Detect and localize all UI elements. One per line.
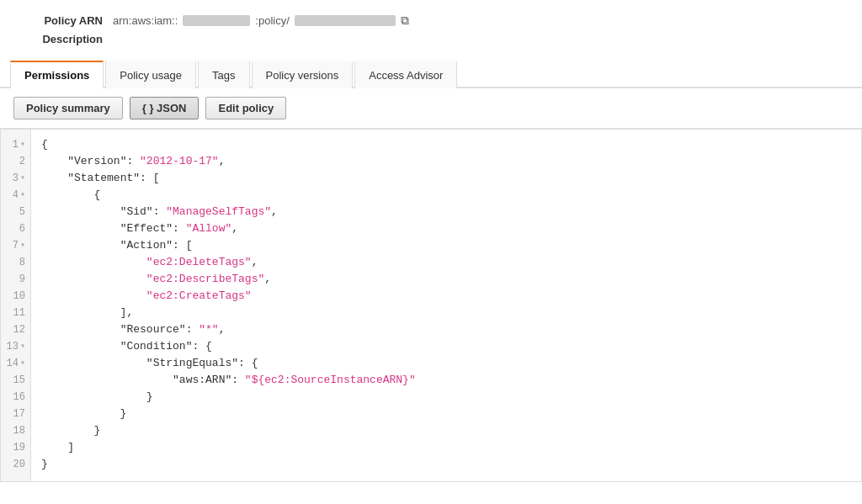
- token: "ec2:DescribeTags": [146, 271, 264, 288]
- token: "2012-10-17": [140, 153, 219, 170]
- token: "Statement": [67, 170, 140, 187]
- token: :: [231, 372, 245, 389]
- code-line-20: }: [41, 456, 851, 473]
- copy-arn-button[interactable]: ⧉: [401, 13, 409, 28]
- token: [41, 170, 67, 187]
- token: }: [41, 422, 100, 439]
- code-line-6: "Effect": "Allow",: [41, 220, 851, 237]
- arn-middle: :policy/: [255, 14, 289, 27]
- token: "Resource": [120, 321, 186, 338]
- token: "StringEquals": [146, 355, 238, 372]
- token: "ec2:DeleteTags": [146, 254, 252, 271]
- token: : [: [173, 237, 192, 254]
- code-line-15: "aws:ARN": "${ec2:SourceInstanceARN}": [41, 372, 851, 389]
- token: "Sid": [120, 204, 153, 220]
- collapse-icon-13[interactable]: ▾: [20, 338, 25, 355]
- arn-label: Policy ARN: [20, 14, 113, 27]
- line-num-6: 6: [1, 220, 30, 237]
- line-num-8: 8: [1, 254, 30, 271]
- line-num-11: 11: [1, 305, 30, 321]
- line-num-17: 17: [1, 406, 30, 422]
- collapse-icon-14[interactable]: ▾: [20, 355, 25, 372]
- line-num-2: 2: [1, 153, 30, 170]
- line-num-3: 3▾: [1, 170, 30, 187]
- collapse-icon-3[interactable]: ▾: [20, 170, 25, 187]
- json-button[interactable]: { } JSON: [130, 97, 200, 119]
- code-editor: 1▾23▾4▾567▾8910111213▾14▾151617181920 { …: [0, 129, 862, 482]
- token: ,: [219, 321, 226, 338]
- collapse-icon-4[interactable]: ▾: [20, 187, 25, 204]
- token: {: [41, 187, 100, 204]
- token: [41, 372, 173, 389]
- token: [41, 271, 146, 288]
- token: [41, 288, 146, 305]
- line-num-13: 13▾: [1, 338, 30, 355]
- token: :: [153, 204, 167, 220]
- token: :: [186, 321, 200, 338]
- arn-value: arn:aws:iam:::policy/ ⧉: [113, 13, 409, 28]
- line-num-15: 15: [1, 372, 30, 389]
- line-num-19: 19: [1, 439, 30, 456]
- tab-tags[interactable]: Tags: [198, 61, 249, 88]
- token: [41, 355, 146, 372]
- tab-policy-usage[interactable]: Policy usage: [105, 61, 196, 88]
- token: ],: [41, 305, 133, 321]
- token: [41, 153, 67, 170]
- token: :: [126, 153, 140, 170]
- token: [41, 204, 120, 220]
- token: [41, 338, 120, 355]
- token: "ManageSelfTags": [166, 204, 271, 220]
- token: }: [41, 406, 126, 422]
- code-line-3: "Statement": [: [41, 170, 851, 187]
- collapse-icon-1[interactable]: ▾: [20, 136, 25, 153]
- edit-policy-button[interactable]: Edit policy: [205, 97, 286, 119]
- token: }: [41, 456, 48, 473]
- token: : [: [140, 170, 159, 187]
- code-line-9: "ec2:DescribeTags",: [41, 271, 851, 288]
- line-num-16: 16: [1, 389, 30, 406]
- tab-permissions[interactable]: Permissions: [10, 61, 104, 88]
- tabs-bar: Permissions Policy usage Tags Policy ver…: [0, 61, 862, 88]
- code-line-17: }: [41, 406, 851, 422]
- token: ]: [41, 439, 74, 456]
- token: ,: [219, 153, 226, 170]
- code-line-5: "Sid": "ManageSelfTags",: [41, 204, 851, 220]
- tab-access-advisor[interactable]: Access Advisor: [354, 61, 457, 88]
- token: "Effect": [120, 220, 173, 237]
- line-num-1: 1▾: [1, 136, 30, 153]
- sub-toolbar: Policy summary { } JSON Edit policy: [0, 88, 862, 129]
- token: "*": [199, 321, 218, 338]
- token: "aws:ARN": [173, 372, 231, 389]
- arn-redacted-1: [183, 15, 250, 26]
- token: :: [173, 220, 186, 237]
- line-numbers: 1▾23▾4▾567▾8910111213▾14▾151617181920: [1, 130, 31, 481]
- code-area[interactable]: { "Version": "2012-10-17", "Statement": …: [31, 130, 861, 481]
- policy-summary-button[interactable]: Policy summary: [13, 97, 123, 119]
- token: [41, 220, 120, 237]
- token: "Allow": [186, 220, 232, 237]
- code-line-19: ]: [41, 439, 851, 456]
- token: "ec2:CreateTags": [146, 288, 252, 305]
- description-label: Description: [20, 33, 113, 45]
- arn-prefix: arn:aws:iam::: [113, 14, 178, 27]
- code-line-16: }: [41, 389, 851, 406]
- code-line-14: "StringEquals": {: [41, 355, 851, 372]
- line-num-10: 10: [1, 288, 30, 305]
- tab-policy-versions[interactable]: Policy versions: [252, 61, 354, 88]
- line-num-12: 12: [1, 321, 30, 338]
- token: [41, 254, 146, 271]
- code-line-8: "ec2:DeleteTags",: [41, 254, 851, 271]
- code-line-1: {: [41, 136, 851, 153]
- code-line-13: "Condition": {: [41, 338, 851, 355]
- token: : {: [192, 338, 211, 355]
- token: ,: [231, 220, 238, 237]
- token: ,: [252, 254, 258, 271]
- line-num-4: 4▾: [1, 187, 30, 204]
- token: {: [41, 136, 48, 153]
- collapse-icon-7[interactable]: ▾: [20, 237, 25, 254]
- code-line-12: "Resource": "*",: [41, 321, 851, 338]
- token: [41, 237, 120, 254]
- token: "Version": [67, 153, 126, 170]
- token: : {: [238, 355, 258, 372]
- token: "Condition": [120, 338, 193, 355]
